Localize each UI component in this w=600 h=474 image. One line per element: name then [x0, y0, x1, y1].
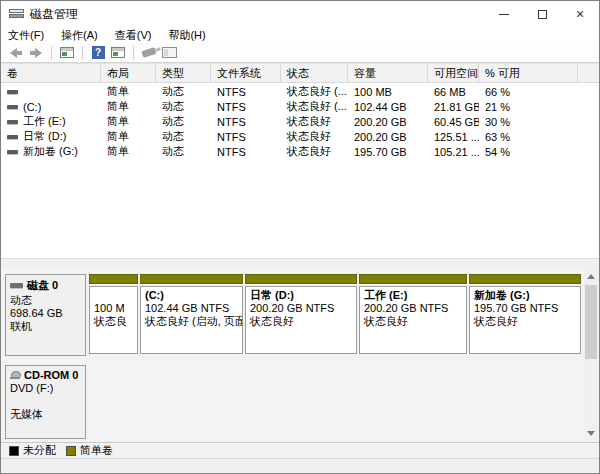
- volume-percent-free: 63 %: [479, 129, 578, 144]
- chevron-up-icon: [587, 274, 595, 279]
- disk0-type: 动态: [10, 294, 81, 307]
- volume-type: 动态: [156, 114, 211, 129]
- volume-free-space: 60.45 GB: [428, 114, 479, 129]
- volume-status: 状态良好: [281, 144, 348, 159]
- back-icon: [10, 48, 22, 58]
- table-row[interactable]: 日常 (D:) 简单 动态 NTFS 状态良好 200.20 GB 125.51…: [1, 129, 600, 144]
- volume-capacity: 102.44 GB: [348, 99, 428, 114]
- legend-bar: 未分配 简单卷: [1, 442, 600, 459]
- minimize-icon: [499, 14, 509, 15]
- volume-percent-free: 30 %: [479, 114, 578, 129]
- properties-icon: [141, 47, 156, 58]
- scroll-down-button[interactable]: [584, 426, 598, 440]
- close-button[interactable]: ×: [561, 1, 599, 27]
- table-row[interactable]: 新加卷 (G:) 简单 动态 NTFS 状态良好 195.70 GB 105.2…: [1, 144, 600, 159]
- volume-free-space: 125.51 ...: [428, 129, 479, 144]
- table-row[interactable]: 简单 动态 NTFS 状态良好 (... 100 MB 66 MB 66 %: [1, 84, 600, 99]
- volume-type: 动态: [156, 84, 211, 99]
- partition-system-reserved[interactable]: 100 M 状态良: [89, 274, 138, 356]
- partition-status: 状态良: [94, 315, 133, 328]
- volume-capacity: 200.20 GB: [348, 114, 428, 129]
- help-icon: ?: [92, 46, 105, 59]
- pane-splitter[interactable]: [1, 258, 600, 269]
- column-header-capacity[interactable]: 容量: [348, 64, 428, 82]
- maximize-button[interactable]: [523, 1, 561, 27]
- toolbar-separator: [51, 46, 52, 60]
- show-action-pane-button[interactable]: [109, 45, 127, 61]
- partition-size: 100 M: [94, 302, 133, 315]
- partition-color-bar: [89, 274, 138, 284]
- volume-layout: 简单: [101, 129, 156, 144]
- column-header-percent-free[interactable]: % 可用: [479, 64, 578, 82]
- menu-view[interactable]: 查看(V): [115, 28, 152, 43]
- volume-table-header: 卷 布局 类型 文件系统 状态 容量 可用空间 % 可用: [1, 63, 600, 83]
- partition-color-bar: [245, 274, 357, 284]
- forward-button[interactable]: [27, 45, 45, 61]
- partition-color-bar: [359, 274, 467, 284]
- volume-name: 工作 (E:): [23, 114, 66, 129]
- cdrom-name: CD-ROM 0: [24, 369, 78, 381]
- partition-size: 200.20 GB NTFS: [250, 302, 352, 315]
- partition-name: 工作 (E:): [364, 289, 462, 302]
- volume-list: 简单 动态 NTFS 状态良好 (... 100 MB 66 MB 66 % (…: [1, 84, 600, 159]
- disk0-name: 磁盘 0: [27, 278, 58, 293]
- cdrom-icon: [10, 371, 20, 379]
- help-button[interactable]: ?: [89, 45, 107, 61]
- volume-status: 状态良好: [281, 129, 348, 144]
- partition-status: 状态良好: [250, 315, 352, 328]
- minimize-button[interactable]: [485, 1, 523, 27]
- volume-filesystem: NTFS: [211, 114, 281, 129]
- volume-free-space: 105.21 ...: [428, 144, 479, 159]
- cdrom0-label-box[interactable]: CD-ROM 0 DVD (F:) 无媒体: [5, 365, 86, 439]
- column-header-type[interactable]: 类型: [156, 64, 211, 82]
- disk-graphical-pane: 磁盘 0 动态 698.64 GB 联机 100 M 状态良 (C:) 102.…: [1, 269, 600, 442]
- column-header-status[interactable]: 状态: [281, 64, 348, 82]
- footer: 未分配 简单卷: [1, 442, 600, 473]
- volume-filesystem: NTFS: [211, 129, 281, 144]
- volume-layout: 简单: [101, 99, 156, 114]
- show-console-tree-button[interactable]: [58, 45, 76, 61]
- partition-d[interactable]: 日常 (D:) 200.20 GB NTFS 状态良好: [245, 274, 357, 356]
- menu-action[interactable]: 操作(A): [61, 28, 98, 43]
- partition-size: 200.20 GB NTFS: [364, 302, 462, 315]
- forward-icon: [30, 48, 42, 58]
- table-row[interactable]: 工作 (E:) 简单 动态 NTFS 状态良好 200.20 GB 60.45 …: [1, 114, 600, 129]
- properties-button[interactable]: [140, 45, 158, 61]
- menu-file[interactable]: 文件(F): [8, 28, 44, 43]
- column-header-filesystem[interactable]: 文件系统: [211, 64, 281, 82]
- column-header-layout[interactable]: 布局: [101, 64, 156, 82]
- volume-icon: [7, 105, 18, 109]
- cdrom-drive: DVD (F:): [10, 382, 81, 395]
- column-header-free-space[interactable]: 可用空间: [428, 64, 479, 82]
- disk-management-app-icon: [9, 9, 24, 20]
- partition-size: 102.44 GB NTFS: [145, 302, 238, 315]
- partition-status: 状态良好: [474, 315, 576, 328]
- legend-unallocated: 未分配: [9, 443, 56, 458]
- vertical-scrollbar[interactable]: [584, 269, 598, 440]
- partition-color-bar: [140, 274, 243, 284]
- scroll-up-button[interactable]: [584, 269, 598, 283]
- disk0-size: 698.64 GB: [10, 307, 81, 320]
- scrollbar-thumb[interactable]: [585, 285, 597, 359]
- cdrom-media-status: 无媒体: [10, 408, 81, 421]
- view-button[interactable]: [160, 45, 178, 61]
- partition-c[interactable]: (C:) 102.44 GB NTFS 状态良好 (启动, 页面文: [140, 274, 243, 356]
- disk-management-window: 磁盘管理 × 文件(F) 操作(A) 查看(V) 帮助(H) ?: [0, 0, 600, 474]
- partition-e[interactable]: 工作 (E:) 200.20 GB NTFS 状态良好: [359, 274, 467, 356]
- menu-help[interactable]: 帮助(H): [168, 28, 205, 43]
- volume-filesystem: NTFS: [211, 84, 281, 99]
- volume-type: 动态: [156, 144, 211, 159]
- column-header-volume[interactable]: 卷: [1, 64, 101, 82]
- partition-g[interactable]: 新加卷 (G:) 195.70 GB NTFS 状态良好: [469, 274, 581, 356]
- volume-status: 状态良好 (...: [281, 84, 348, 99]
- partition-name: 新加卷 (G:): [474, 289, 576, 302]
- chevron-down-icon: [587, 431, 595, 436]
- disk0-label-box[interactable]: 磁盘 0 动态 698.64 GB 联机: [5, 274, 86, 356]
- back-button[interactable]: [7, 45, 25, 61]
- window-title: 磁盘管理: [30, 6, 78, 23]
- volume-filesystem: NTFS: [211, 144, 281, 159]
- volume-capacity: 100 MB: [348, 84, 428, 99]
- volume-filesystem: NTFS: [211, 99, 281, 114]
- table-row[interactable]: (C:) 简单 动态 NTFS 状态良好 (... 102.44 GB 21.8…: [1, 99, 600, 114]
- volume-status: 状态良好 (...: [281, 99, 348, 114]
